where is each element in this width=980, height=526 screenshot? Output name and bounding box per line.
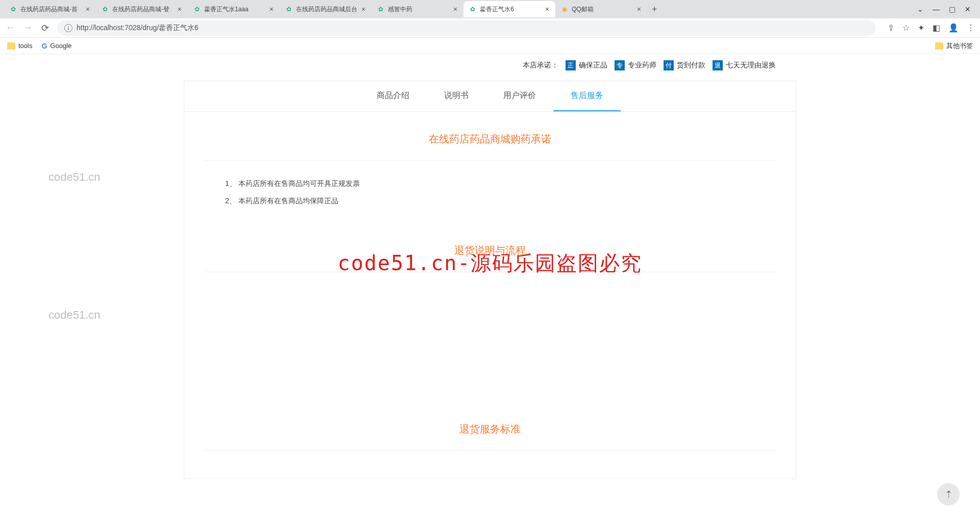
url-input[interactable]: i http://localhost:7028/drug/藿香正气水6	[57, 20, 875, 36]
site-info-icon[interactable]: i	[64, 24, 72, 32]
bookmark-label: tools	[18, 42, 32, 50]
tab-title: 感冒中药	[388, 5, 449, 14]
promise-text: 专业药师	[628, 61, 656, 70]
arrow-up-icon: ⇡	[945, 489, 952, 500]
section-title: 退货服务标准	[205, 422, 775, 436]
address-bar: ← → ⟳ i http://localhost:7028/drug/藿香正气水…	[0, 18, 980, 38]
tab-close-icon[interactable]: ×	[85, 5, 91, 13]
browser-tab[interactable]: ✿ 在线药店药品商城-首 ×	[4, 1, 96, 17]
badge-icon: 专	[615, 60, 625, 70]
favicon-icon: ✿	[193, 5, 201, 13]
menu-icon[interactable]: ⋮	[967, 23, 975, 33]
browser-tab[interactable]: ✿ 在线药店药品商城后台 ×	[280, 1, 372, 17]
browser-tab[interactable]: ✿ 在线药店药品商城-登 ×	[96, 1, 188, 17]
back-button[interactable]: ←	[5, 22, 15, 33]
section-list: 1、 本药店所有在售商品均可开具正规发票 2、 本药店所有在售商品均保障正品	[205, 176, 775, 208]
tab-bar: ✿ 在线药店药品商城-首 × ✿ 在线药店药品商城-登 × ✿ 藿香正气水1aa…	[0, 0, 980, 18]
bookmark-star-icon[interactable]: ☆	[902, 23, 910, 33]
tab-close-icon[interactable]: ×	[452, 5, 458, 13]
browser-tab[interactable]: ✿ 感冒中药 ×	[372, 1, 463, 17]
tab-close-icon[interactable]: ×	[360, 5, 366, 13]
section-title: 退货说明与流程	[205, 244, 775, 257]
reload-button[interactable]: ⟳	[40, 22, 50, 34]
forward-button[interactable]: →	[22, 22, 33, 33]
extensions-icon[interactable]: ✦	[918, 23, 924, 33]
promise-label: 本店承诺：	[523, 61, 558, 70]
bookmark-label: Google	[50, 42, 71, 50]
tab-close-icon[interactable]: ×	[544, 5, 550, 13]
promise-item: 专 专业药师	[615, 60, 656, 70]
list-item: 2、 本药店所有在售商品均保障正品	[225, 194, 775, 208]
watermark: code51.cn	[48, 171, 101, 184]
tab-user-reviews[interactable]: 用户评价	[486, 81, 553, 111]
tab-product-intro[interactable]: 商品介绍	[359, 81, 427, 111]
favicon-icon: ✿	[469, 5, 477, 13]
browser-chrome: ✿ 在线药店药品商城-首 × ✿ 在线药店药品商城-登 × ✿ 藿香正气水1aa…	[0, 0, 980, 54]
section-title: 在线药店药品商城购药承诺	[205, 132, 775, 146]
url-text: http://localhost:7028/drug/藿香正气水6	[77, 23, 199, 33]
tab-close-icon[interactable]: ×	[177, 5, 183, 13]
close-window-button[interactable]: ✕	[965, 5, 971, 13]
section-return-standard: 退货服务标准	[184, 402, 796, 479]
folder-icon	[7, 42, 15, 50]
bookmark-other[interactable]: 其他书签	[935, 41, 973, 51]
bookmark-tools[interactable]: tools	[7, 42, 32, 50]
badge-icon: 退	[713, 60, 723, 70]
watermark: code51.cn	[48, 308, 101, 322]
bookmark-google[interactable]: G Google	[41, 42, 71, 50]
page-content: 本店承诺： 正 确保正品 专 专业药师 付 货到付款 退 七天无理由退换 商品介…	[184, 54, 796, 479]
tab-title: 在线药店药品商城后台	[296, 5, 357, 14]
divider	[205, 160, 775, 161]
tab-after-sale[interactable]: 售后服务	[553, 81, 621, 111]
store-promise-row: 本店承诺： 正 确保正品 专 专业药师 付 货到付款 退 七天无理由退换	[184, 54, 796, 81]
bookmark-label: 其他书签	[946, 41, 973, 51]
google-icon: G	[41, 42, 47, 50]
share-icon[interactable]: ⇪	[888, 23, 894, 33]
promise-item: 退 七天无理由退换	[713, 60, 776, 70]
list-item: 1、 本药店所有在售商品均可开具正规发票	[225, 176, 775, 190]
promise-item: 正 确保正品	[566, 60, 607, 70]
favicon-icon: ✿	[9, 5, 17, 13]
bookmarks-bar: tools G Google 其他书签	[0, 38, 980, 54]
tab-close-icon[interactable]: ×	[268, 5, 275, 13]
tab-title: QQ邮箱	[572, 5, 633, 14]
promise-text: 七天无理由退换	[726, 61, 776, 70]
page-viewport[interactable]: code51.cn code51.cn code51.cn code51.cn …	[0, 54, 980, 526]
favicon-icon: ✿	[377, 5, 385, 13]
spacer	[205, 288, 775, 390]
new-tab-button[interactable]: +	[647, 4, 662, 15]
browser-tab-active[interactable]: ✿ 藿香正气水6 ×	[463, 1, 555, 17]
back-to-top-button[interactable]: ⇡	[937, 483, 960, 506]
maximize-button[interactable]: ▢	[949, 5, 955, 13]
section-purchase-promise: 在线药店药品商城购药承诺 1、 本药店所有在售商品均可开具正规发票 2、 本药店…	[184, 112, 796, 223]
section-return-process: 退货说明与流程	[184, 223, 796, 402]
favicon-icon: ◉	[560, 5, 569, 13]
tab-title: 藿香正气水1aaa	[204, 5, 265, 14]
detail-tabs: 商品介绍 说明书 用户评价 售后服务	[184, 81, 796, 112]
tab-close-icon[interactable]: ×	[636, 5, 642, 13]
promise-text: 确保正品	[579, 61, 607, 70]
favicon-icon: ✿	[285, 5, 293, 13]
badge-icon: 付	[664, 60, 674, 70]
divider	[205, 450, 775, 451]
detail-content-box: 商品介绍 说明书 用户评价 售后服务 在线药店药品商城购药承诺 1、 本药店所有…	[184, 81, 796, 479]
tab-dropdown-icon[interactable]: ⌄	[917, 5, 923, 13]
profile-icon[interactable]: 👤	[948, 23, 959, 33]
divider	[205, 272, 775, 272]
sidepanel-icon[interactable]: ◧	[933, 23, 940, 33]
tab-title: 藿香正气水6	[480, 5, 541, 14]
badge-icon: 正	[566, 60, 576, 70]
tab-title: 在线药店药品商城-首	[20, 5, 82, 14]
tab-title: 在线药店药品商城-登	[112, 5, 174, 14]
promise-text: 货到付款	[677, 61, 705, 70]
minimize-button[interactable]: —	[933, 5, 940, 13]
tab-instructions[interactable]: 说明书	[427, 81, 486, 111]
folder-icon	[935, 42, 943, 50]
browser-tab[interactable]: ◉ QQ邮箱 ×	[555, 1, 647, 17]
browser-tab[interactable]: ✿ 藿香正气水1aaa ×	[188, 1, 280, 17]
favicon-icon: ✿	[101, 5, 109, 13]
window-controls: ⌄ — ▢ ✕	[917, 5, 976, 13]
promise-item: 付 货到付款	[664, 60, 705, 70]
